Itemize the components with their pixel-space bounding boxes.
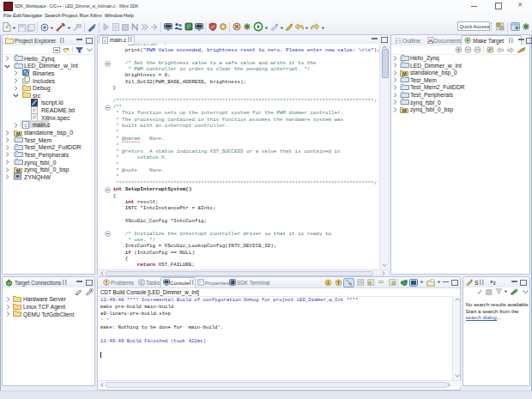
svg-text:c: c — [104, 38, 106, 44]
svg-text:M: M — [402, 108, 407, 113]
